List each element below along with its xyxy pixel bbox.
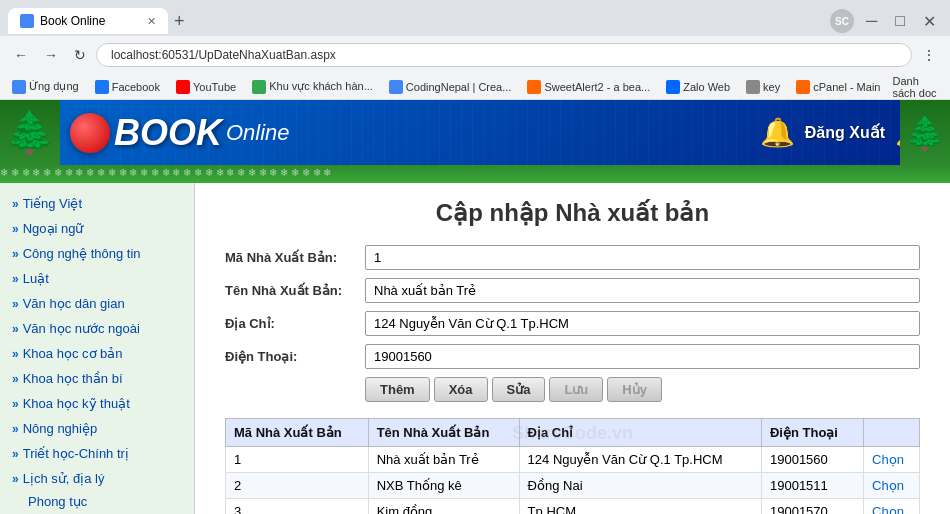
bookmark-khu-vuc[interactable]: Khu vực khách hàn...: [248, 78, 377, 96]
ten-nxb-input[interactable]: [365, 278, 920, 303]
bookmark-coding[interactable]: CodingNepal | Crea...: [385, 78, 516, 96]
maximize-button[interactable]: □: [889, 12, 911, 30]
bookmark-key[interactable]: key: [742, 78, 784, 96]
bookmark-apps[interactable]: Ứng dụng: [8, 78, 83, 96]
col-header-ten: Tên Nhà Xuất Bản: [368, 419, 519, 447]
sidebar-label: Khoa học kỹ thuật: [23, 396, 130, 411]
arrow-icon: »: [12, 472, 19, 486]
apps-icon: [12, 80, 26, 94]
cell-ma: 3: [226, 499, 369, 515]
arrow-icon: »: [12, 197, 19, 211]
sidebar-label: Triết học-Chính trị: [23, 446, 129, 461]
nav-bar: ← → ↻ ⋮: [0, 36, 950, 74]
sidebar-label: Lịch sử, địa lý: [23, 471, 105, 486]
sidebar-item-khcb[interactable]: » Khoa học cơ bản: [0, 341, 194, 366]
dang-xuat-button[interactable]: Đăng Xuất: [805, 123, 885, 142]
arrow-icon: »: [12, 397, 19, 411]
sidebar-label: Văn học nước ngoài: [23, 321, 140, 336]
col-header-ma: Mã Nhà Xuất Bản: [226, 419, 369, 447]
chon-link[interactable]: Chọn: [872, 478, 904, 493]
minimize-button[interactable]: ─: [860, 12, 883, 30]
sidebar-item-cong-nghe[interactable]: » Công nghệ thông tin: [0, 241, 194, 266]
sidebar-item-vhnn[interactable]: » Văn học nước ngoài: [0, 316, 194, 341]
tab-close-button[interactable]: ✕: [147, 15, 156, 28]
bookmark-cpanel[interactable]: cPanel - Main: [792, 78, 884, 96]
sua-button[interactable]: Sửa: [492, 377, 546, 402]
nav-right: ⋮: [916, 43, 942, 67]
active-tab[interactable]: Book Online ✕: [8, 8, 168, 34]
bookmark-sweet[interactable]: SweetAlert2 - a bea...: [523, 78, 654, 96]
them-button[interactable]: Thêm: [365, 377, 430, 402]
sidebar-label: Công nghệ thông tin: [23, 246, 141, 261]
cell-dien-thoai: 19001570: [761, 499, 863, 515]
address-bar[interactable]: [96, 43, 912, 67]
refresh-button[interactable]: ↻: [68, 43, 92, 67]
dia-chi-label: Địa Chỉ:: [225, 316, 365, 331]
cpanel-icon: [796, 80, 810, 94]
ma-nxb-input[interactable]: [365, 245, 920, 270]
chon-link[interactable]: Chọn: [872, 504, 904, 514]
sidebar-label: Nông nghiệp: [23, 421, 98, 436]
button-group: Thêm Xóa Sửa Lưu Hủy: [365, 377, 920, 402]
bookmark-zalo-label: Zalo Web: [683, 81, 730, 93]
header-logo: BOOK Online: [70, 112, 290, 154]
sidebar-item-lich-su[interactable]: » Lịch sử, địa lý: [0, 466, 194, 491]
bookmark-zalo[interactable]: Zalo Web: [662, 78, 734, 96]
col-header-dia-chi: Địa Chỉ: [519, 419, 761, 447]
ma-nxb-label: Mã Nhà Xuất Bản:: [225, 250, 365, 265]
xoa-button[interactable]: Xóa: [434, 377, 488, 402]
sidebar-label: Luật: [23, 271, 49, 286]
chon-link[interactable]: Chọn: [872, 452, 904, 467]
main-layout: » Tiếng Việt » Ngoại ngữ » Công nghệ thô…: [0, 183, 950, 514]
khuvuc-icon: [252, 80, 266, 94]
sidebar-item-khkt[interactable]: » Khoa học kỹ thuật: [0, 391, 194, 416]
logo-book-text: BOOK: [114, 112, 222, 154]
close-window-button[interactable]: ✕: [917, 12, 942, 31]
dia-chi-input[interactable]: [365, 311, 920, 336]
extensions-button[interactable]: ⋮: [916, 43, 942, 67]
new-tab-button[interactable]: +: [168, 11, 191, 32]
bookmark-apps-label: Ứng dụng: [29, 80, 79, 93]
sidebar-item-triet-hoc[interactable]: » Triết học-Chính trị: [0, 441, 194, 466]
sidebar-item-luat[interactable]: » Luật: [0, 266, 194, 291]
arrow-icon: »: [12, 447, 19, 461]
bookmark-khu-vuc-label: Khu vực khách hàn...: [269, 80, 373, 93]
sidebar-item-tieng-viet[interactable]: » Tiếng Việt: [0, 191, 194, 216]
cell-dia-chi: Tp.HCM: [519, 499, 761, 515]
cell-action[interactable]: Chọn: [864, 473, 920, 499]
header-right-deco: 🌲: [900, 100, 950, 165]
bookmark-facebook[interactable]: Facebook: [91, 78, 164, 96]
col-header-dien-thoai: Điện Thoại: [761, 419, 863, 447]
sidebar-item-ngoai-ngu[interactable]: » Ngoại ngữ: [0, 216, 194, 241]
sidebar-sub-phong-tuc[interactable]: Phong tục: [0, 491, 194, 512]
sidebar-label: Ngoại ngữ: [23, 221, 84, 236]
sidebar-label: Khoa học cơ bản: [23, 346, 123, 361]
tab-title: Book Online: [40, 14, 105, 28]
sidebar-label: Tiếng Việt: [23, 196, 82, 211]
cell-action[interactable]: Chọn: [864, 499, 920, 515]
arrow-icon: »: [12, 247, 19, 261]
sidebar-item-nongnghiep[interactable]: » Nông nghiệp: [0, 416, 194, 441]
cell-dien-thoai: 19001511: [761, 473, 863, 499]
back-button[interactable]: ←: [8, 43, 34, 67]
sharecode-logo: SC: [830, 9, 854, 33]
dien-thoai-label: Điện Thoại:: [225, 349, 365, 364]
luu-button[interactable]: Lưu: [549, 377, 603, 402]
facebook-icon: [95, 80, 109, 94]
cell-action[interactable]: Chọn: [864, 447, 920, 473]
arrow-icon: »: [12, 272, 19, 286]
dien-thoai-input[interactable]: [365, 344, 920, 369]
cell-ten: NXB Thống kê: [368, 473, 519, 499]
bookmark-youtube[interactable]: YouTube: [172, 78, 240, 96]
arrow-icon: »: [12, 322, 19, 336]
bookmark-danh-sach[interactable]: Danh sách doc: [892, 75, 942, 99]
tab-favicon: [20, 14, 34, 28]
sidebar-item-vhdg[interactable]: » Văn học dân gian: [0, 291, 194, 316]
huy-button[interactable]: Hủy: [607, 377, 662, 402]
form-row-ma: Mã Nhà Xuất Bản:: [225, 245, 920, 270]
logo-ball: [70, 113, 110, 153]
bookmark-youtube-label: YouTube: [193, 81, 236, 93]
arrow-icon: »: [12, 372, 19, 386]
forward-button[interactable]: →: [38, 43, 64, 67]
sidebar-item-khtb[interactable]: » Khoa học thần bí: [0, 366, 194, 391]
